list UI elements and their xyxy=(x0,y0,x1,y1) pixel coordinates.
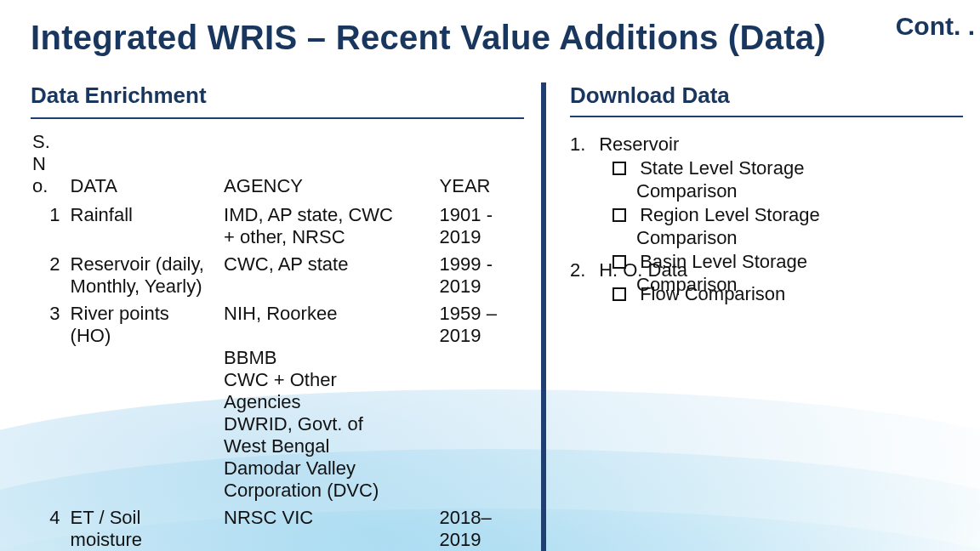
list-sub-label-cont: Comparison xyxy=(636,274,738,295)
col-data-header: DATA xyxy=(69,129,222,202)
cell-data: ET / Soil moisture xyxy=(69,505,222,551)
table-row: 2 Reservoir (daily, Monthly, Yearly) CWC… xyxy=(31,252,524,301)
cell-year: 1959 – 2019 xyxy=(438,301,524,505)
continued-label: Cont. . xyxy=(896,12,975,41)
list-sub-label: State Level Storage xyxy=(640,157,804,179)
list-sub-label: Region Level Storage xyxy=(640,204,820,225)
slide-title: Integrated WRIS – Recent Value Additions… xyxy=(31,19,980,57)
cell-sn: 4 xyxy=(31,505,69,551)
col-agency-header: AGENCY xyxy=(222,129,437,202)
cell-data: Rainfall xyxy=(69,202,222,252)
list-sub-label-cont: Comparison xyxy=(636,227,738,248)
list-sub-label: Basin Level Storage xyxy=(640,251,807,272)
cell-data: Reservoir (daily, Monthly, Yearly) xyxy=(69,252,222,301)
cell-agency: CWC, AP state xyxy=(222,252,437,301)
square-bullet-icon xyxy=(612,255,626,269)
right-heading: Download Data xyxy=(570,82,963,117)
list-sub-label-cont: Comparison xyxy=(636,180,738,202)
vertical-divider xyxy=(541,82,546,551)
list-num: 1. xyxy=(570,133,594,156)
table-row: 4 ET / Soil moisture NRSC VIC 2018– 2019 xyxy=(31,505,524,551)
data-enrichment-table: S. N o. DATA AGENCY YEAR 1 Rainfall IMD,… xyxy=(31,129,524,551)
cell-sn: 1 xyxy=(31,202,69,252)
cell-year: 1999 - 2019 xyxy=(438,252,524,301)
square-bullet-icon xyxy=(612,162,626,175)
download-list: 1. Reservoir State Level Storage Compari… xyxy=(570,133,963,354)
cell-data: River points (HO) xyxy=(69,301,222,505)
cell-year: 1901 - 2019 xyxy=(438,202,524,252)
table-row: 1 Rainfall IMD, AP state, CWC + other, N… xyxy=(31,202,524,252)
cell-year: 2018– 2019 xyxy=(438,505,524,551)
table-header-row: S. N o. DATA AGENCY YEAR xyxy=(31,129,524,202)
col-sn-header: S. N o. xyxy=(31,129,69,202)
cell-sn: 3 xyxy=(31,301,69,505)
table-row: 3 River points (HO) NIH, Roorkee BBMB CW… xyxy=(31,301,524,505)
square-bullet-icon xyxy=(612,208,626,222)
cell-agency: NRSC VIC xyxy=(222,505,437,551)
cell-agency: IMD, AP state, CWC + other, NRSC xyxy=(222,202,437,252)
col-year-header: YEAR xyxy=(438,129,524,202)
cell-sn: 2 xyxy=(31,252,69,301)
list-item-label: Reservoir xyxy=(599,133,679,155)
cell-agency: NIH, Roorkee BBMB CWC + Other Agencies D… xyxy=(222,301,437,505)
left-heading: Data Enrichment xyxy=(31,82,524,119)
